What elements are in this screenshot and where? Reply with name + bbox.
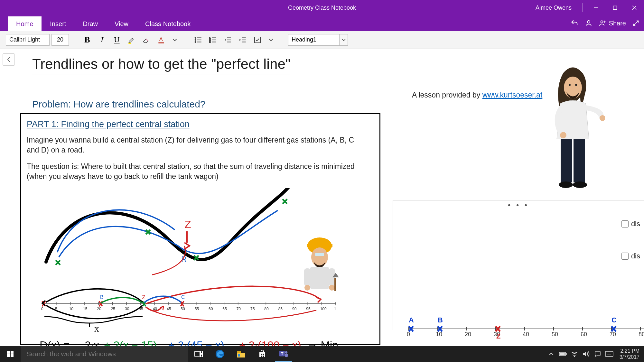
svg-text:Z: Z bbox=[184, 218, 191, 230]
keyboard-icon[interactable] bbox=[603, 346, 615, 362]
page-title[interactable]: Trendlines or how to get the "perfect li… bbox=[32, 56, 290, 75]
svg-rect-146 bbox=[566, 353, 566, 355]
svg-text:20: 20 bbox=[465, 331, 471, 338]
tab-class-notebook[interactable]: Class Notebook bbox=[137, 16, 199, 31]
start-button[interactable] bbox=[0, 346, 21, 362]
paragraph-more-dropdown[interactable] bbox=[266, 33, 276, 46]
battery-icon[interactable] bbox=[557, 346, 569, 362]
svg-rect-132 bbox=[195, 352, 200, 356]
back-button[interactable] bbox=[3, 53, 15, 66]
font-color-button[interactable]: A bbox=[155, 33, 168, 46]
font-size-input[interactable] bbox=[51, 34, 69, 46]
part1-heading: PART 1: Finding the perfect central stat… bbox=[27, 119, 374, 129]
svg-rect-129 bbox=[11, 351, 14, 354]
clock-date: 3/7/2017 bbox=[620, 354, 639, 360]
file-explorer-icon[interactable] bbox=[230, 346, 252, 362]
account-name[interactable]: Aimee Owens bbox=[536, 5, 572, 11]
svg-text:+ 2(x − 15): + 2(x − 15) bbox=[104, 339, 157, 346]
taskbar-clock[interactable]: 2:21 PM 3/7/2017 bbox=[615, 348, 644, 360]
maximize-button[interactable] bbox=[605, 0, 625, 15]
svg-rect-50 bbox=[334, 278, 336, 291]
paragraph-1: Imagine you wanna build a central statio… bbox=[27, 135, 368, 155]
undo-button[interactable] bbox=[570, 19, 579, 27]
svg-text:+ 2·(100 − x): + 2·(100 − x) bbox=[239, 339, 301, 346]
highlight-button[interactable] bbox=[125, 33, 138, 46]
tab-insert[interactable]: Insert bbox=[42, 16, 74, 31]
style-select[interactable] bbox=[288, 34, 340, 46]
svg-rect-35 bbox=[561, 139, 572, 182]
font-more-dropdown[interactable] bbox=[170, 33, 180, 46]
italic-button[interactable]: I bbox=[96, 33, 108, 46]
svg-text:65: 65 bbox=[222, 307, 227, 311]
svg-point-49 bbox=[329, 285, 335, 291]
svg-rect-133 bbox=[201, 351, 202, 354]
indent-button[interactable] bbox=[236, 33, 249, 46]
tab-home[interactable]: Home bbox=[8, 16, 42, 31]
wifi-icon[interactable] bbox=[569, 346, 580, 362]
edge-icon[interactable] bbox=[209, 346, 230, 362]
store-icon[interactable] bbox=[252, 346, 273, 362]
action-center-icon[interactable] bbox=[592, 346, 603, 362]
svg-point-4 bbox=[587, 21, 590, 23]
attribution-text: A lesson provided by www.kurtsoeser.at bbox=[412, 91, 542, 99]
close-button[interactable] bbox=[625, 0, 644, 15]
svg-rect-141 bbox=[263, 356, 264, 357]
toolbar-separator bbox=[75, 33, 75, 46]
svg-rect-44 bbox=[315, 253, 324, 256]
svg-rect-130 bbox=[7, 354, 10, 357]
svg-point-32 bbox=[575, 84, 577, 86]
svg-text:B: B bbox=[100, 294, 104, 300]
svg-text:10: 10 bbox=[69, 307, 74, 311]
svg-point-13 bbox=[195, 39, 196, 40]
bold-button[interactable]: B bbox=[81, 33, 94, 46]
outdent-button[interactable] bbox=[221, 33, 234, 46]
dis-checkbox-1[interactable] bbox=[621, 220, 629, 227]
svg-text:1: 1 bbox=[334, 307, 336, 311]
svg-text:25: 25 bbox=[111, 307, 116, 311]
volume-icon[interactable] bbox=[580, 346, 592, 362]
tray-chevron-icon[interactable] bbox=[546, 346, 557, 362]
minimize-button[interactable] bbox=[586, 0, 605, 15]
teams-icon[interactable]: T bbox=[273, 346, 294, 362]
svg-text:C: C bbox=[611, 316, 617, 324]
eraser-button[interactable] bbox=[140, 33, 153, 46]
svg-text:90: 90 bbox=[292, 307, 297, 311]
font-name-input[interactable] bbox=[6, 34, 50, 46]
svg-rect-1 bbox=[613, 6, 617, 10]
svg-rect-137 bbox=[238, 354, 240, 357]
svg-point-37 bbox=[559, 181, 573, 188]
person-icon[interactable] bbox=[584, 19, 593, 27]
task-view-button[interactable] bbox=[188, 346, 209, 362]
svg-text:15: 15 bbox=[83, 307, 88, 311]
bullet-list-button[interactable] bbox=[192, 33, 205, 46]
share-label: Share bbox=[609, 20, 626, 27]
svg-text:+ 2·(45 − x): + 2·(45 − x) bbox=[168, 339, 224, 346]
svg-text:2·x: 2·x bbox=[85, 339, 99, 346]
tab-draw[interactable]: Draw bbox=[74, 16, 106, 31]
mini-number-line[interactable]: 01020304050607080 A B C Z bbox=[406, 314, 644, 340]
numbered-list-button[interactable]: 123 bbox=[207, 33, 219, 46]
todo-tag-button[interactable] bbox=[251, 33, 264, 46]
svg-text:→  Min: → Min bbox=[307, 339, 338, 346]
underline-button[interactable]: U bbox=[110, 33, 123, 46]
clock-time: 2:21 PM bbox=[620, 348, 639, 354]
content-frame[interactable]: PART 1: Finding the perfect central stat… bbox=[20, 113, 380, 345]
style-select-dropdown[interactable] bbox=[340, 34, 348, 46]
svg-text:70: 70 bbox=[610, 331, 616, 338]
attribution-link[interactable]: www.kurtsoeser.at bbox=[482, 91, 543, 99]
taskbar-search-input[interactable] bbox=[21, 346, 188, 362]
tab-view[interactable]: View bbox=[106, 16, 137, 31]
svg-text:50: 50 bbox=[552, 331, 558, 338]
svg-text:B: B bbox=[438, 316, 443, 324]
dis-checkbox-2[interactable] bbox=[621, 253, 629, 260]
svg-text:20: 20 bbox=[97, 307, 101, 311]
problem-heading[interactable]: Problem: How are trendlines calculated? bbox=[32, 99, 206, 110]
svg-rect-136 bbox=[237, 351, 241, 353]
ink-sketch: R Z bbox=[27, 188, 374, 346]
fullscreen-button[interactable] bbox=[632, 19, 640, 27]
svg-text:3: 3 bbox=[209, 40, 210, 43]
panel-drag-handle[interactable]: • • • bbox=[508, 201, 529, 209]
share-button[interactable]: Share bbox=[599, 19, 626, 27]
svg-text:10: 10 bbox=[436, 331, 442, 338]
geogebra-panel[interactable]: • • • dis dis bbox=[393, 200, 644, 330]
